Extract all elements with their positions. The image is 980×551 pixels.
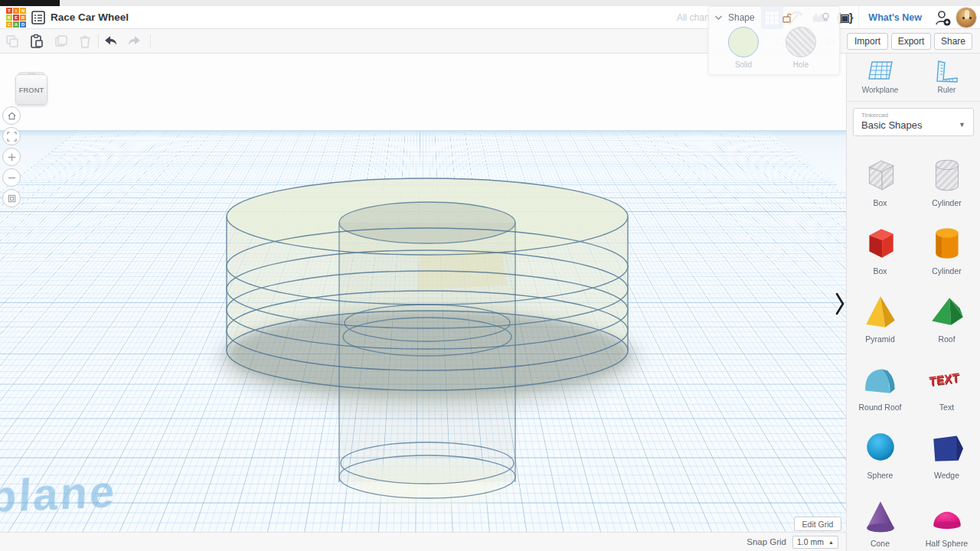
paste-button[interactable] <box>28 32 46 51</box>
undo-button[interactable] <box>101 32 119 51</box>
workplane-icon <box>866 60 895 83</box>
redo-button[interactable] <box>126 32 144 51</box>
shape-library-dropdown[interactable]: Tinkercad Basic Shapes ▼ <box>853 108 974 136</box>
half-sphere-icon <box>928 497 966 535</box>
cone-icon <box>861 497 900 535</box>
sidebar-collapse-handle[interactable] <box>833 287 846 321</box>
unlock-icon <box>782 12 792 23</box>
logo-tile: K <box>6 15 12 21</box>
avatar[interactable] <box>956 7 977 28</box>
paste-icon <box>29 34 44 49</box>
ruler-tool[interactable]: Ruler <box>913 60 980 94</box>
workplane-label: Workplane <box>862 86 899 94</box>
toolbar-separator <box>150 34 151 48</box>
shape-inspector-panel: Shape Solid Hole <box>708 6 840 75</box>
library-brand: Tinkercad <box>861 112 965 119</box>
logo-tile: A <box>13 21 19 28</box>
fit-view-icon <box>7 132 17 142</box>
shape-box[interactable]: Box <box>847 215 913 283</box>
import-button[interactable]: Import <box>847 33 888 50</box>
roof-icon <box>928 292 966 331</box>
logo-tile: E <box>13 15 19 21</box>
hole-interior <box>339 223 515 482</box>
minus-icon <box>7 173 17 183</box>
shape-grid: Box Cylinder Box <box>847 147 980 551</box>
viewport-3d[interactable]: plane <box>0 54 846 532</box>
cylinder-hole-icon <box>928 156 966 194</box>
invite-button[interactable] <box>931 6 954 29</box>
wedge-icon <box>928 429 966 467</box>
collapse-chevron-icon[interactable] <box>715 15 722 20</box>
design-properties-icon[interactable] <box>31 10 46 25</box>
shape-half-sphere[interactable]: Half Sphere <box>913 487 980 551</box>
perspective-toggle-button[interactable] <box>2 189 21 207</box>
redo-icon <box>126 33 143 50</box>
zoom-out-button[interactable] <box>2 168 21 187</box>
solid-option-label: Solid <box>728 60 759 69</box>
lock-button[interactable] <box>780 12 794 23</box>
copy-button[interactable] <box>3 32 21 51</box>
shape-roof[interactable]: Roof <box>913 283 980 351</box>
shape-cone[interactable]: Cone <box>847 487 913 551</box>
share-button[interactable]: Share <box>934 33 972 50</box>
shape-cylinder-hole[interactable]: Cylinder <box>913 147 980 215</box>
browser-strip <box>0 0 980 6</box>
export-button[interactable]: Export <box>891 33 931 50</box>
chevron-down-icon: ▼ <box>959 121 965 129</box>
wheel-object[interactable] <box>0 54 846 532</box>
box-hole-icon <box>861 156 900 194</box>
home-view-button[interactable] <box>2 106 21 125</box>
tinkercad-logo[interactable]: T I N K E R C A D <box>6 8 26 28</box>
view-cube-front[interactable]: FRONT <box>15 74 47 105</box>
pyramid-icon <box>861 292 900 331</box>
sphere-icon <box>861 429 900 467</box>
snap-grid-select[interactable]: 1.0 mm ▲ <box>792 536 838 549</box>
view-cube[interactable]: TOP FRONT <box>15 70 47 106</box>
edit-grid-button[interactable]: Edit Grid <box>794 517 841 531</box>
bulb-small-icon <box>822 12 830 23</box>
snap-grid-value: 1.0 mm <box>797 537 824 546</box>
undo-icon <box>102 33 119 50</box>
shape-box-hole[interactable]: Box <box>847 147 913 215</box>
status-bar: Snap Grid 1.0 mm ▲ <box>0 532 846 551</box>
duplicate-icon <box>54 34 69 49</box>
hide-button[interactable] <box>819 12 833 23</box>
shape-round-roof[interactable]: Round Roof <box>847 351 913 419</box>
snap-grid-label: Snap Grid <box>746 537 786 546</box>
workplane-tool[interactable]: Workplane <box>847 60 913 94</box>
zoom-in-button[interactable] <box>2 148 21 166</box>
solid-option[interactable] <box>728 27 759 57</box>
shape-cylinder[interactable]: Cylinder <box>913 215 980 283</box>
shape-panel-title: Shape <box>728 12 755 23</box>
shapes-sidebar: Workplane Ruler Tinkercad Basic Shapes ▼ <box>846 54 980 551</box>
ruler-label: Ruler <box>938 86 956 94</box>
chevron-right-icon <box>835 291 845 317</box>
logo-tile: I <box>13 8 19 14</box>
shape-sphere[interactable]: Sphere <box>847 419 913 487</box>
cylinder-icon <box>928 224 966 262</box>
sidebar-divider <box>847 101 980 102</box>
ortho-box-icon <box>7 194 17 204</box>
logo-tile: R <box>20 15 26 21</box>
hole-option[interactable] <box>786 27 816 57</box>
toolbar-separator <box>98 34 99 48</box>
whats-new-link[interactable]: What's New <box>858 6 931 29</box>
logo-tile: N <box>20 8 26 14</box>
document-title[interactable]: Race Car Wheel <box>51 11 129 23</box>
ruler-icon <box>934 60 960 83</box>
person-add-icon <box>933 8 952 27</box>
shape-text[interactable]: TEXT TEXT Text <box>913 351 980 419</box>
delete-button[interactable] <box>76 32 94 51</box>
duplicate-button[interactable] <box>52 32 70 51</box>
hole-option-label: Hole <box>786 60 816 69</box>
library-name: Basic Shapes <box>861 119 965 131</box>
fit-view-button[interactable] <box>2 127 21 145</box>
trash-icon <box>77 34 93 49</box>
logo-tile: T <box>6 8 12 14</box>
plus-icon <box>7 152 17 162</box>
shape-wedge[interactable]: Wedge <box>913 419 980 487</box>
caret-up-icon: ▲ <box>828 540 834 545</box>
shape-pyramid[interactable]: Pyramid <box>847 283 913 351</box>
copy-icon <box>5 34 20 49</box>
round-roof-icon <box>861 360 900 399</box>
